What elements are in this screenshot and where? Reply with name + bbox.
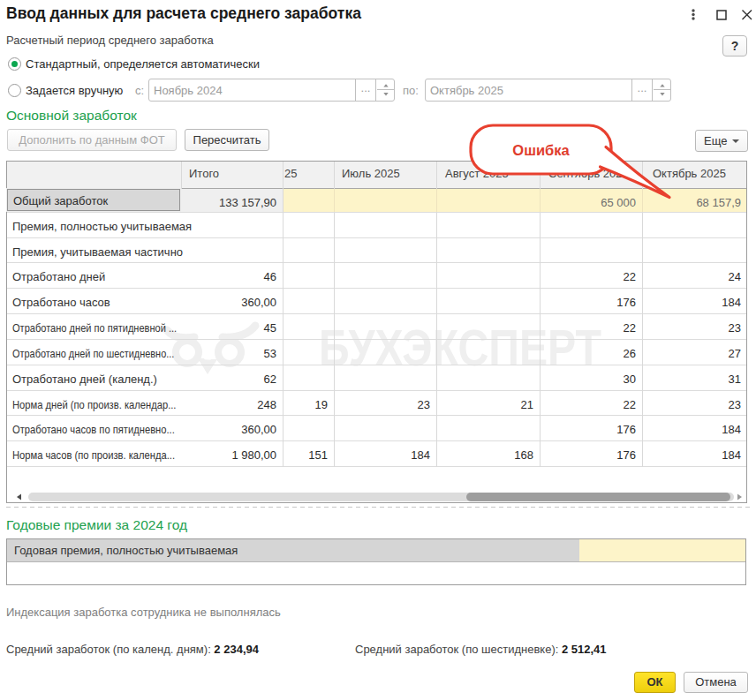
svg-text:Ошибка: Ошибка <box>512 142 570 158</box>
